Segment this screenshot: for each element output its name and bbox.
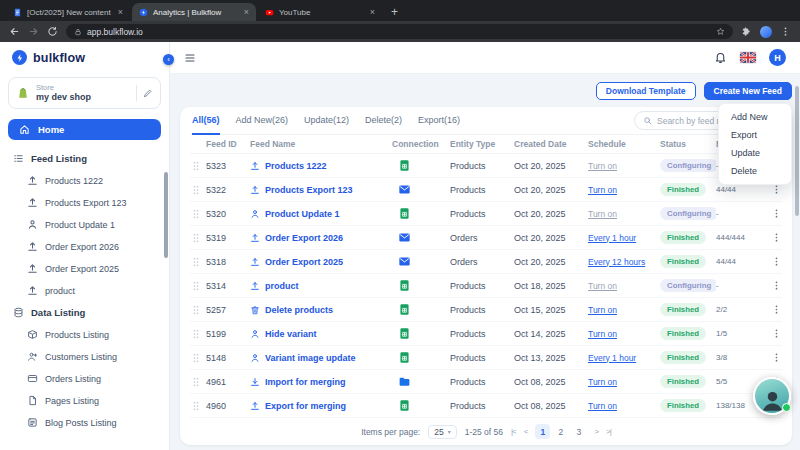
schedule-link[interactable]: Every 12 hours: [588, 257, 645, 267]
row-actions-icon[interactable]: [771, 304, 782, 315]
feed-tab[interactable]: All(56): [192, 107, 220, 135]
reload-icon[interactable]: [47, 26, 58, 37]
sidebar-item[interactable]: Customers Listing: [0, 346, 169, 368]
schedule-link[interactable]: Turn on: [588, 185, 617, 195]
row-actions-icon[interactable]: [771, 184, 782, 195]
feed-tab[interactable]: Update(12): [304, 107, 349, 135]
sidebar-item[interactable]: Products Export 123: [0, 192, 169, 214]
drag-handle-icon[interactable]: [190, 280, 202, 292]
menu-item-export[interactable]: Export: [719, 126, 791, 144]
address-bar[interactable]: app.bulkflow.io: [66, 24, 733, 39]
download-template-button[interactable]: Download Template: [596, 82, 696, 100]
feed-name-link[interactable]: Order Export 2025: [250, 257, 392, 267]
language-flag-icon[interactable]: [740, 52, 756, 63]
sidebar-item[interactable]: Order Export 2025: [0, 258, 169, 280]
schedule-link[interactable]: Every 1 hour: [588, 233, 636, 243]
sidebar-item[interactable]: Orders Listing: [0, 368, 169, 390]
drag-handle-icon[interactable]: [190, 328, 202, 340]
schedule-link[interactable]: Turn on: [588, 329, 617, 339]
store-selector[interactable]: Store my dev shop: [8, 77, 161, 109]
drag-handle-icon[interactable]: [190, 352, 202, 364]
row-actions-icon[interactable]: [771, 256, 782, 267]
page-scrollbar[interactable]: [795, 86, 799, 216]
row-actions-icon[interactable]: [771, 352, 782, 363]
tab-close-icon[interactable]: ×: [244, 7, 249, 17]
bookmark-star-icon[interactable]: [716, 27, 725, 36]
last-page-button[interactable]: >|: [606, 427, 611, 436]
sidebar-scrollbar[interactable]: [164, 172, 168, 258]
user-avatar[interactable]: H: [769, 49, 786, 66]
browser-menu-icon[interactable]: [780, 26, 791, 37]
browser-tab[interactable]: Analytics | Bulkflow ×: [132, 3, 256, 21]
sidebar-section-title[interactable]: Feed Listing: [0, 148, 169, 170]
drag-handle-icon[interactable]: [190, 376, 202, 388]
sidebar-item[interactable]: Product Update 1: [0, 214, 169, 236]
sidebar-collapse-button[interactable]: ‹: [163, 54, 174, 65]
browser-tab[interactable]: [Oct/2025] New content - Ha N ×: [6, 3, 130, 21]
drag-handle-icon[interactable]: [190, 232, 202, 244]
sidebar-item[interactable]: Blog Posts Listing: [0, 412, 169, 434]
page-button[interactable]: 2: [553, 424, 568, 439]
drag-handle-icon[interactable]: [190, 304, 202, 316]
new-tab-button[interactable]: +: [391, 6, 398, 18]
feed-name-link[interactable]: product: [250, 281, 392, 291]
support-chat-avatar[interactable]: [753, 377, 791, 415]
tab-close-icon[interactable]: ×: [370, 7, 375, 17]
schedule-link[interactable]: Turn on: [588, 209, 617, 219]
extensions-icon[interactable]: [741, 26, 752, 37]
drag-handle-icon[interactable]: [190, 256, 202, 268]
sidebar-section-title[interactable]: Data Listing: [0, 302, 169, 324]
browser-profile-avatar[interactable]: [760, 26, 772, 38]
sidebar-item[interactable]: Products Listing: [0, 324, 169, 346]
feed-name-link[interactable]: Delete products: [250, 305, 392, 315]
feed-name-link[interactable]: Products 1222: [250, 161, 392, 171]
schedule-link[interactable]: Every 1 hour: [588, 353, 636, 363]
forward-icon[interactable]: [28, 26, 39, 37]
feed-tab[interactable]: Export(16): [418, 107, 460, 135]
schedule-link[interactable]: Turn on: [588, 377, 617, 387]
back-icon[interactable]: [9, 26, 20, 37]
menu-item-add-new[interactable]: Add New: [719, 108, 791, 126]
feed-name-link[interactable]: Products Export 123: [250, 185, 392, 195]
feed-name-link[interactable]: Order Export 2026: [250, 233, 392, 243]
drag-handle-icon[interactable]: [190, 184, 202, 196]
sidebar-item[interactable]: product: [0, 280, 169, 302]
menu-toggle-icon[interactable]: [184, 52, 196, 64]
first-page-button[interactable]: |<: [511, 427, 516, 436]
create-new-feed-button[interactable]: Create New Feed: [704, 82, 793, 100]
browser-tab[interactable]: YouTube ×: [258, 3, 382, 21]
sidebar-item-home[interactable]: Home: [8, 119, 161, 140]
feed-name-link[interactable]: Export for merging: [250, 401, 392, 411]
drag-handle-icon[interactable]: [190, 208, 202, 220]
row-actions-icon[interactable]: [771, 208, 782, 219]
per-page-select[interactable]: 25▾: [428, 425, 456, 439]
row-actions-icon[interactable]: [771, 280, 782, 291]
feed-name-link[interactable]: Import for merging: [250, 377, 392, 387]
prev-page-button[interactable]: <: [524, 427, 528, 436]
menu-item-update[interactable]: Update: [719, 144, 791, 162]
schedule-link[interactable]: Turn on: [588, 401, 617, 411]
page-button[interactable]: 1: [535, 424, 550, 439]
schedule-link[interactable]: Turn on: [588, 305, 617, 315]
feed-tab[interactable]: Delete(2): [365, 107, 402, 135]
row-actions-icon[interactable]: [771, 232, 782, 243]
feed-name-link[interactable]: Product Update 1: [250, 209, 392, 219]
feed-name-link[interactable]: Variant image update: [250, 353, 392, 363]
menu-item-delete[interactable]: Delete: [719, 162, 791, 180]
edit-store-icon[interactable]: [143, 88, 153, 98]
schedule-link[interactable]: Turn on: [588, 281, 617, 291]
created-date-cell: Oct 08, 2025: [514, 377, 588, 387]
drag-handle-icon[interactable]: [190, 160, 202, 172]
sidebar-item[interactable]: Products 1222: [0, 170, 169, 192]
row-actions-icon[interactable]: [771, 328, 782, 339]
feed-tab[interactable]: Add New(26): [236, 107, 289, 135]
notifications-bell-icon[interactable]: [714, 51, 727, 64]
page-button[interactable]: 3: [571, 424, 586, 439]
feed-name-link[interactable]: Hide variant: [250, 329, 392, 339]
tab-close-icon[interactable]: ×: [118, 7, 123, 17]
sidebar-item[interactable]: Pages Listing: [0, 390, 169, 412]
schedule-link[interactable]: Turn on: [588, 161, 617, 171]
drag-handle-icon[interactable]: [190, 400, 202, 412]
next-page-button[interactable]: >: [594, 427, 598, 436]
sidebar-item[interactable]: Order Export 2026: [0, 236, 169, 258]
